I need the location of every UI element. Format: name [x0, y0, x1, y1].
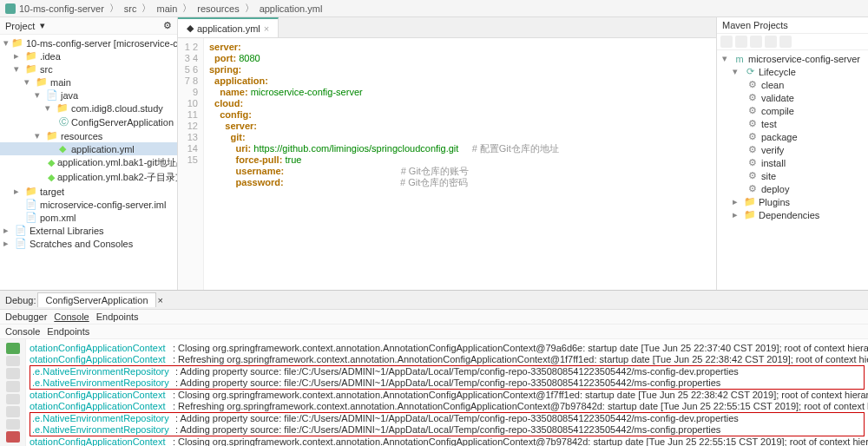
subtab-endpoints[interactable]: Endpoints	[47, 326, 89, 337]
refresh-icon[interactable]	[720, 36, 733, 48]
maven-phase-test[interactable]: ⚙test	[719, 117, 866, 130]
settings-icon[interactable]	[779, 36, 792, 48]
maven-phase-validate[interactable]: ⚙validate	[719, 91, 866, 104]
tree-item[interactable]: ▸📁.idea	[0, 49, 177, 62]
close-icon[interactable]	[6, 431, 20, 443]
maven-phase-site[interactable]: ⚙site	[719, 169, 866, 182]
editor-tab-label: application.yml	[197, 23, 260, 34]
maven-dependencies[interactable]: ▸📁Dependencies	[719, 208, 866, 221]
rerun-icon[interactable]	[6, 343, 20, 354]
debug-tool-window: Debug: ConfigServerApplication × Debugge…	[0, 290, 868, 446]
maven-title: Maven Projects	[717, 17, 868, 34]
tree-item[interactable]: ▸📄External Libraries	[0, 224, 177, 237]
project-tree[interactable]: ▾📁10-ms-config-server [microservice-conf…	[0, 35, 177, 290]
tree-item[interactable]: ◆application.yml	[0, 142, 177, 155]
maven-toolbar	[717, 34, 868, 50]
camera-icon[interactable]	[6, 394, 20, 405]
console-output[interactable]: otationConfigApplicationContext : Closin…	[26, 339, 868, 446]
tree-item[interactable]: ▾📄java	[0, 89, 177, 102]
yaml-icon: ◆	[187, 23, 194, 34]
breadcrumb-item[interactable]: application.yml	[260, 3, 323, 14]
breadcrumb-item[interactable]: resources	[197, 3, 239, 14]
tree-item[interactable]: 📄microservice-config-server.iml	[0, 198, 177, 211]
module-icon	[5, 3, 16, 14]
chevron-down-icon[interactable]: ▾	[40, 20, 45, 31]
tree-item[interactable]: ◆application.yml.bak2-子目录支持search-p	[0, 170, 177, 185]
tab-debugger[interactable]: Debugger	[5, 312, 47, 322]
run-icon[interactable]	[750, 36, 762, 48]
maven-phase-package[interactable]: ⚙package	[719, 130, 866, 143]
down-icon[interactable]	[6, 381, 20, 392]
stop-icon[interactable]	[6, 356, 20, 367]
close-icon[interactable]: ×	[158, 295, 163, 305]
tree-item[interactable]: ▾📁src	[0, 62, 177, 75]
tree-item[interactable]: ▾📁10-ms-config-server [microservice-conf…	[0, 36, 177, 49]
tab-console[interactable]: Console	[54, 312, 89, 322]
tree-item[interactable]: ▾📁resources	[0, 129, 177, 142]
code-editor[interactable]: server: port: 8080 spring: application: …	[204, 38, 716, 290]
editor-gutter[interactable]: 1 2 3 4 5 6 7 8 9 10 11 12 13 14 15	[178, 38, 204, 290]
breadcrumb-item[interactable]: main	[156, 3, 177, 14]
console-toolbar	[0, 339, 26, 446]
tree-item[interactable]: ▾📁com.idig8.cloud.study	[0, 102, 177, 115]
breadcrumb-item[interactable]: 10-ms-config-server	[19, 3, 104, 14]
breadcrumb-item[interactable]: src	[124, 3, 137, 14]
tree-item[interactable]: ▸📁target	[0, 185, 177, 198]
maven-lifecycle[interactable]: ▾⟳Lifecycle	[719, 65, 866, 78]
add-icon[interactable]	[735, 36, 747, 48]
maven-phase-compile[interactable]: ⚙compile	[719, 104, 866, 117]
tab-endpoints[interactable]: Endpoints	[96, 312, 139, 322]
debug-label: Debug:	[5, 295, 36, 305]
project-tool-window: Project ▾ ⚙ ▾📁10-ms-config-server [micro…	[0, 17, 178, 290]
tree-item[interactable]: 📄pom.xml	[0, 211, 177, 224]
editor-tabs: ◆ application.yml ×	[178, 17, 716, 38]
run-config-tab[interactable]: ConfigServerApplication	[37, 292, 155, 307]
breadcrumb[interactable]: 10-ms-config-server 〉 src 〉 main 〉 resou…	[0, 0, 868, 17]
maven-phase-verify[interactable]: ⚙verify	[719, 143, 866, 156]
maven-phase-deploy[interactable]: ⚙deploy	[719, 182, 866, 195]
close-icon[interactable]: ×	[264, 23, 269, 34]
tree-item[interactable]: ▸📄Scratches and Consoles	[0, 237, 177, 250]
editor-tab[interactable]: ◆ application.yml ×	[178, 17, 279, 37]
maven-phase-install[interactable]: ⚙install	[719, 156, 866, 169]
maven-tree[interactable]: ▾mmicroservice-config-server▾⟳Lifecycle⚙…	[717, 50, 868, 290]
maven-plugins[interactable]: ▸📁Plugins	[719, 195, 866, 208]
pause-icon[interactable]	[6, 368, 20, 379]
maven-phase-clean[interactable]: ⚙clean	[719, 78, 866, 91]
tree-item[interactable]: ◆application.yml.bak1-git地址占位符	[0, 155, 177, 170]
tree-item[interactable]: ⒸConfigServerApplication	[0, 115, 177, 129]
tree-item[interactable]: ▾📁main	[0, 75, 177, 89]
project-panel-title[interactable]: Project	[5, 21, 35, 31]
maven-tool-window: Maven Projects ▾mmicroservice-config-ser…	[716, 17, 868, 290]
collapse-icon[interactable]	[765, 36, 777, 48]
subtab-console[interactable]: Console	[5, 326, 40, 337]
gear-icon[interactable]: ⚙	[163, 20, 172, 31]
pin-icon[interactable]	[6, 419, 20, 430]
maven-module[interactable]: ▾mmicroservice-config-server	[719, 52, 866, 65]
settings-icon[interactable]	[6, 406, 20, 417]
